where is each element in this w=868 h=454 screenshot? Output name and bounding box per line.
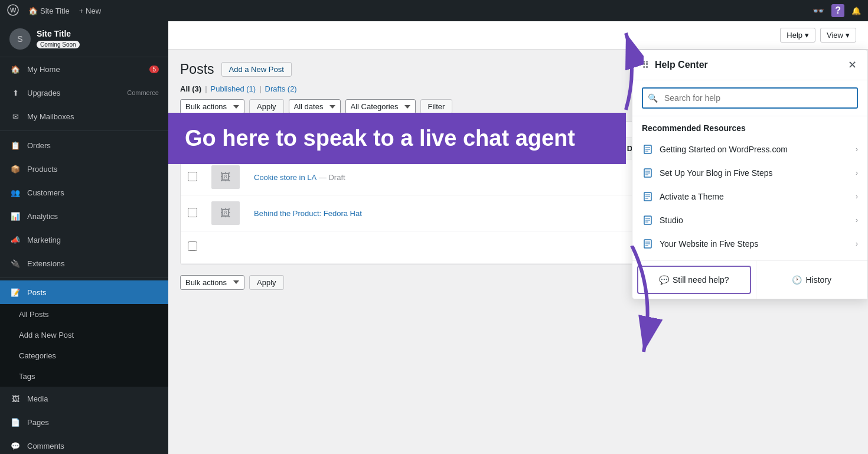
help-center-header: ⠿ Help Center ✕ xyxy=(632,50,867,80)
marketing-icon: 📣 xyxy=(9,234,21,246)
add-new-post-label: Add a New Post xyxy=(19,331,74,339)
sidebar-item-label: My Home xyxy=(27,65,60,74)
sidebar-item-label: Pages xyxy=(27,418,49,427)
notifications-icon[interactable]: 🔔 xyxy=(851,6,861,15)
wp-logo-icon[interactable]: W xyxy=(7,4,19,18)
recommended-title: Recommended Resources xyxy=(632,116,867,138)
help-resource-item-1[interactable]: Getting Started on WordPress.com › xyxy=(637,138,863,161)
sidebar-item-label: Comments xyxy=(27,442,64,450)
sidebar-item-products[interactable]: 📦 Products xyxy=(0,157,168,181)
sidebar-item-upgrades[interactable]: ⬆ Upgrades Commerce xyxy=(0,81,168,104)
help-resource-item-3[interactable]: Activate a Theme › xyxy=(637,185,863,208)
post-title-cell-2: Behind the Product: Fedora Hat xyxy=(247,195,620,231)
avatar: S xyxy=(9,28,31,50)
select-all-checkbox[interactable] xyxy=(188,143,197,152)
sidebar-item-media[interactable]: 🖼 Media xyxy=(0,387,168,410)
help-center-footer: 💬 Still need help? 🕐 History xyxy=(632,260,867,299)
col-header-title[interactable]: Title ↕ xyxy=(247,138,620,159)
content-topbar: Help ▾ View ▾ xyxy=(168,21,868,50)
filter-drafts[interactable]: Drafts (2) xyxy=(265,84,297,93)
main-layout: S Site Title Coming Soon 🏠 My Home 5 ⬆ U… xyxy=(0,21,868,454)
post-thumbnail-2: 🖼 xyxy=(211,201,240,225)
admin-bar: W 🏠 Site Title + New 👓 ? 🔔 xyxy=(0,0,868,21)
sidebar-item-posts[interactable]: 📝 Posts xyxy=(0,280,168,304)
sidebar-item-my-mailboxes[interactable]: ✉ My Mailboxes xyxy=(0,104,168,128)
post-thumbnail-1: 🖼 xyxy=(211,165,240,189)
home-icon: 🏠 xyxy=(9,63,21,75)
admin-bar-new[interactable]: + New xyxy=(79,6,101,15)
row-checkbox-3[interactable] xyxy=(188,241,197,251)
sidebar-item-label: My Mailboxes xyxy=(27,112,74,121)
help-resource-item-4[interactable]: Studio › xyxy=(637,208,863,232)
help-button[interactable]: Help ▾ xyxy=(780,28,815,43)
sidebar-item-label: Marketing xyxy=(27,236,61,244)
sidebar-item-customers[interactable]: 👥 Customers xyxy=(0,181,168,204)
view-chevron-icon: ▾ xyxy=(846,31,850,40)
sidebar-item-label: Customers xyxy=(27,188,64,197)
post-title-link-2[interactable]: Behind the Product: Fedora Hat xyxy=(254,209,362,218)
row-checkbox-2[interactable] xyxy=(188,208,197,217)
apply-button-bottom[interactable]: Apply xyxy=(249,275,284,290)
title-sort-icon: ↕ xyxy=(272,144,276,153)
doc-icon-2 xyxy=(642,167,654,179)
chat-icon: 💬 xyxy=(659,275,669,285)
history-icon: 🕐 xyxy=(792,275,802,285)
reader-icon[interactable]: 👓 xyxy=(812,5,824,17)
help-search-input[interactable] xyxy=(642,87,858,109)
extensions-icon: 🔌 xyxy=(9,257,21,269)
post-title-link-1[interactable]: Cookie store in LA xyxy=(254,173,316,182)
help-icon[interactable]: ? xyxy=(831,4,844,17)
view-button[interactable]: View ▾ xyxy=(820,28,856,43)
sidebar-divider-2 xyxy=(0,277,168,278)
all-dates-select[interactable]: All dates xyxy=(289,99,341,114)
help-resource-list: Getting Started on WordPress.com › Set U… xyxy=(632,138,867,256)
sidebar-item-label: Media xyxy=(27,394,48,403)
add-new-post-button[interactable]: Add a New Post xyxy=(221,62,292,77)
help-chevron-icon: ▾ xyxy=(805,31,809,40)
filter-published[interactable]: Published (1) xyxy=(211,84,256,93)
still-need-help-button[interactable]: 💬 Still need help? xyxy=(637,266,751,294)
categories-label: Categories xyxy=(19,351,56,360)
sidebar-item-analytics[interactable]: 📊 Analytics xyxy=(0,204,168,228)
sidebar-item-label: Posts xyxy=(27,288,47,297)
sidebar-item-comments[interactable]: 💬 Comments xyxy=(0,434,168,454)
bulk-actions-select-bottom[interactable]: Bulk actions xyxy=(180,275,244,290)
post-status-1: — Draft xyxy=(319,173,345,182)
history-button[interactable]: 🕐 History xyxy=(756,261,868,299)
sidebar-item-pages[interactable]: 📄 Pages xyxy=(0,410,168,434)
sidebar-item-extensions[interactable]: 🔌 Extensions xyxy=(0,252,168,275)
media-icon: 🖼 xyxy=(9,393,21,404)
filter-all[interactable]: All (3) xyxy=(180,84,201,93)
orders-icon: 📋 xyxy=(9,139,21,151)
sidebar-item-all-posts[interactable]: All Posts xyxy=(0,304,168,325)
apply-button-top[interactable]: Apply xyxy=(249,99,284,114)
comments-icon: 💬 xyxy=(9,440,21,452)
sidebar-item-marketing[interactable]: 📣 Marketing xyxy=(0,228,168,252)
help-center-panel: ⠿ Help Center ✕ 🔍 Recommended Resources xyxy=(632,50,868,299)
help-resource-text-2: Set Up Your Blog in Five Steps xyxy=(660,168,772,178)
grid-dots-icon: ⠿ xyxy=(642,60,649,71)
filter-button[interactable]: Filter xyxy=(420,99,453,114)
sidebar-item-tags[interactable]: Tags xyxy=(0,366,168,387)
post-title-cell-1: Cookie store in LA — Draft xyxy=(247,159,620,195)
posts-icon: 📝 xyxy=(9,286,21,298)
sidebar-item-add-new-post[interactable]: Add a New Post xyxy=(0,325,168,345)
help-center-title: ⠿ Help Center xyxy=(642,60,708,71)
coming-soon-badge: Coming Soon xyxy=(37,41,80,48)
help-resource-item-5[interactable]: Your Website in Five Steps › xyxy=(637,232,863,256)
doc-icon-3 xyxy=(642,191,654,202)
help-resource-item-2[interactable]: Set Up Your Blog in Five Steps › xyxy=(637,161,863,185)
sidebar-item-my-home[interactable]: 🏠 My Home 5 xyxy=(0,57,168,81)
help-center-close-button[interactable]: ✕ xyxy=(847,57,858,73)
sidebar-site-title: Site Title xyxy=(37,29,80,38)
chevron-right-icon-3: › xyxy=(856,192,858,201)
sidebar-item-categories[interactable]: Categories xyxy=(0,345,168,366)
sidebar-site-info: S Site Title Coming Soon xyxy=(0,21,168,57)
all-categories-select[interactable]: All Categories xyxy=(345,99,416,114)
admin-bar-site-title[interactable]: 🏠 Site Title xyxy=(28,6,70,15)
pages-icon: 📄 xyxy=(9,416,21,428)
row-checkbox-1[interactable] xyxy=(188,172,197,181)
sidebar-item-orders[interactable]: 📋 Orders xyxy=(0,133,168,157)
bulk-actions-select-top[interactable]: Bulk actions xyxy=(180,99,244,114)
search-icon: 🔍 xyxy=(648,93,658,103)
